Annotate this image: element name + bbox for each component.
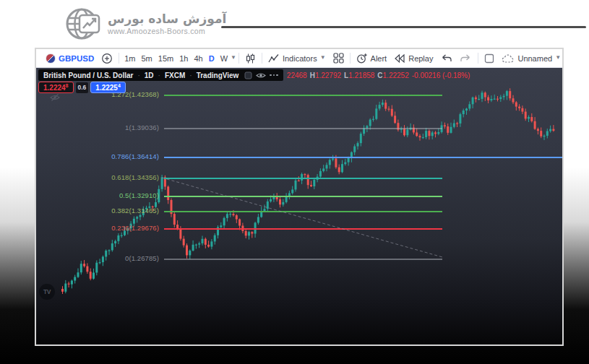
plus-circle-icon [101, 53, 113, 64]
toolbar-separator [238, 53, 239, 64]
timeframe-D[interactable]: D [206, 54, 218, 63]
symbol-button[interactable]: GBPUSD [42, 51, 98, 66]
spread-value: 0.6 [76, 82, 89, 93]
timeframe-chevron-down-icon[interactable]: ▼ [231, 54, 236, 61]
replay-label: Replay [408, 54, 433, 63]
indicator-templates-button[interactable] [330, 51, 348, 66]
symbol-label: GBPUSD [59, 54, 94, 63]
ohlc-high-label: H [310, 72, 315, 79]
indicators-icon [268, 53, 280, 64]
indicators-button[interactable]: Indicators ▼ [265, 51, 330, 66]
timeframe-W[interactable]: W [218, 54, 231, 63]
chart-toolbar: GBPUSD 1m5m15m1h4hDW ▼ [36, 49, 562, 68]
replay-rewind-icon [394, 53, 405, 64]
timeframe-5m[interactable]: 5m [138, 54, 155, 63]
cloud-icon [502, 53, 515, 64]
legend-separator: · [137, 72, 139, 79]
replay-button[interactable]: Replay [390, 51, 437, 66]
candlestick-style-icon [245, 53, 256, 64]
header-divider [221, 26, 586, 28]
brand-globe-icon [65, 6, 101, 42]
alert-label: Alert [371, 54, 387, 63]
select-layout-checkbox[interactable] [481, 51, 498, 66]
site-header: آموزش ساده بورس www.Amoozesh-Boors.com [0, 0, 589, 48]
chart-pane[interactable]: 1.272(1.42368)1(1.39036)0.786(1.36414)0.… [36, 68, 562, 344]
buy-price-sup: 4 [118, 83, 121, 88]
sell-price: 1.2224 [43, 84, 66, 92]
undo-icon [440, 53, 452, 64]
eye-icon[interactable] [256, 72, 266, 79]
symbol-flag-icon [46, 53, 56, 64]
symbol-legend[interactable]: British Pound / U.S. Dollar · 1D · FXCM … [38, 69, 283, 81]
legend-title: British Pound / U.S. Dollar [43, 72, 133, 79]
grid-templates-icon [333, 53, 344, 64]
ohlc-low-value: 1.21858 [348, 72, 374, 79]
ohlc-close-label: C [377, 72, 382, 79]
fib-trendline[interactable] [162, 178, 442, 257]
hidden-indicator-toggle[interactable] [50, 92, 60, 105]
sell-price-sup: 8 [66, 83, 69, 88]
timeframe-1m[interactable]: 1m [121, 54, 138, 63]
toolbar-separator [262, 53, 262, 64]
brand: آموزش ساده بورس www.Amoozesh-Boors.com [65, 6, 226, 42]
timeframe-15m[interactable]: 15m [155, 54, 176, 63]
undo-button[interactable] [437, 51, 456, 66]
ohlc-close-value: 1.22252 [383, 72, 409, 79]
toolbar-separator [119, 53, 119, 64]
ohlc-open-value: 22468 [287, 72, 307, 79]
tradingview-window: GBPUSD 1m5m15m1h4hDW ▼ [35, 48, 564, 346]
tradingview-watermark-logo[interactable]: TV [39, 284, 55, 300]
timeframe-4h[interactable]: 4h [191, 54, 205, 63]
drawing-overlay [36, 68, 562, 344]
redo-icon [460, 53, 472, 64]
indicators-chevron-down-icon: ▼ [320, 54, 326, 61]
tradingview-mark-icon [244, 72, 252, 79]
timeframe-group: 1m5m15m1h4hDW [121, 54, 231, 63]
toolbar-separator [478, 53, 478, 64]
brand-url: www.Amoozesh-Boors.com [108, 27, 205, 35]
brand-title: آموزش ساده بورس [108, 12, 226, 27]
ohlc-high-value: 1.22792 [315, 72, 341, 79]
toolbar-separator [350, 53, 351, 64]
layout-name-label: Unnamed [517, 54, 552, 63]
compare-add-button[interactable] [98, 51, 116, 66]
legend-provider: TradingView [197, 72, 239, 79]
legend-exchange: FXCM [165, 72, 185, 79]
indicators-label: Indicators [283, 54, 317, 63]
redo-button[interactable] [456, 51, 476, 66]
layout-button[interactable]: Unnamed ▼ [498, 51, 562, 66]
eye-slash-icon [50, 93, 60, 102]
legend-separator: · [189, 72, 192, 79]
legend-row: British Pound / U.S. Dollar · 1D · FXCM … [38, 69, 470, 81]
timeframe-1h[interactable]: 1h [176, 54, 191, 63]
more-options-icon[interactable] [270, 74, 278, 77]
buy-button[interactable]: 1.22254 [90, 82, 126, 93]
buy-price: 1.2225 [95, 84, 118, 92]
chart-style-button[interactable] [241, 51, 259, 66]
legend-separator: · [158, 72, 160, 79]
checkbox-icon [484, 53, 494, 64]
legend-interval: 1D [145, 72, 154, 79]
ohlc-values: 22468 H1.22792 L1.21858 C1.22252 -0.0021… [287, 72, 470, 79]
ohlc-change-value: -0.00216 (-0.18%) [412, 72, 470, 79]
alert-button[interactable]: Alert [353, 51, 391, 66]
alert-clock-icon [356, 53, 368, 64]
layout-chevron-down-icon: ▼ [555, 54, 561, 61]
